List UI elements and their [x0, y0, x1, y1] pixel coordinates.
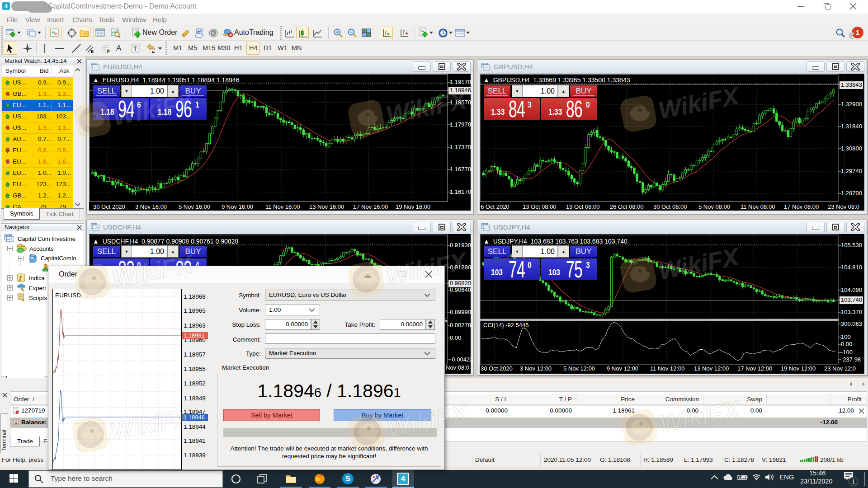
svg-text:E: E — [91, 49, 94, 53]
svg-text:T: T — [133, 45, 137, 52]
svg-text:F: F — [107, 49, 110, 53]
